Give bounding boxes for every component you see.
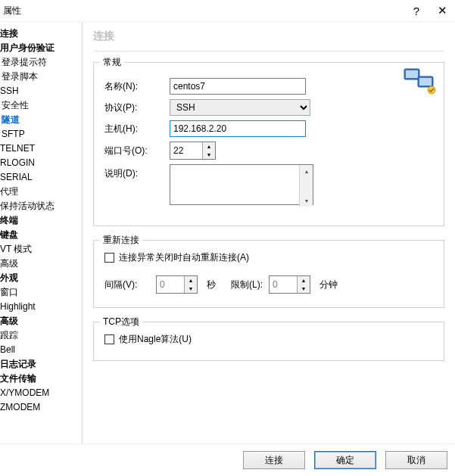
- page-title: 连接: [93, 28, 444, 51]
- interval-spin[interactable]: ▲ ▼: [156, 275, 198, 294]
- spin-up-icon[interactable]: ▲: [203, 142, 215, 151]
- auto-reconnect-label: 连接异常关闭时自动重新连接(A): [119, 251, 249, 264]
- window-title: 属性: [3, 5, 21, 17]
- connect-button[interactable]: 连接: [243, 451, 305, 469]
- tree-item[interactable]: X/YMODEM: [0, 386, 82, 400]
- tree-item[interactable]: 高级: [0, 257, 82, 271]
- tree-item[interactable]: TELNET: [0, 142, 82, 156]
- tree-item[interactable]: 日志记录: [0, 357, 82, 372]
- tree-item[interactable]: 连接: [0, 26, 82, 41]
- limit-unit: 分钟: [316, 278, 342, 291]
- host-label: 主机(H):: [104, 123, 170, 135]
- scroll-up-icon[interactable]: ▴: [300, 165, 313, 177]
- group-general-legend: 常规: [100, 56, 124, 69]
- textarea-scrollbar[interactable]: ▴ ▾: [299, 165, 313, 207]
- group-reconnect: 重新连接 连接异常关闭时自动重新连接(A) 间隔(V): ▲ ▼ 秒: [93, 240, 444, 308]
- close-icon: ✕: [438, 4, 447, 17]
- cancel-button[interactable]: 取消: [385, 451, 447, 469]
- name-label: 名称(N):: [104, 80, 170, 93]
- checkbox-box-icon: [104, 253, 114, 263]
- limit-label: 限制(L):: [231, 278, 263, 291]
- tree-item[interactable]: VT 模式: [0, 242, 82, 257]
- tree-item[interactable]: ZMODEM: [0, 400, 82, 415]
- spin-down-icon[interactable]: ▼: [185, 285, 197, 293]
- svg-point-4: [428, 86, 435, 94]
- group-general: 常规 名称(N):: [93, 62, 444, 226]
- scroll-down-icon[interactable]: ▾: [300, 194, 313, 207]
- dialog-footer: 连接 确定 取消: [0, 443, 455, 476]
- group-tcp-legend: TCP选项: [100, 316, 142, 328]
- properties-dialog: 属性 ? ✕ 连接用户身份验证登录提示符登录脚本SSH安全性隧道SFTPTELN…: [0, 0, 455, 476]
- tree-item[interactable]: 隧道: [0, 113, 82, 127]
- interval-input[interactable]: [157, 276, 184, 293]
- port-spin[interactable]: ▲ ▼: [170, 142, 216, 160]
- tree-item[interactable]: SSH: [0, 84, 82, 98]
- tree-item[interactable]: RLOGIN: [0, 156, 82, 170]
- interval-label: 间隔(V):: [104, 278, 150, 291]
- tree-item[interactable]: SFTP: [0, 127, 82, 142]
- tree-item[interactable]: SERIAL: [0, 170, 82, 185]
- tree-item[interactable]: 登录提示符: [0, 55, 82, 70]
- limit-input[interactable]: [270, 276, 297, 293]
- spin-buttons[interactable]: ▲ ▼: [184, 276, 197, 293]
- name-input[interactable]: [170, 78, 306, 95]
- tree-item[interactable]: 登录脚本: [0, 70, 82, 84]
- checkbox-box-icon: [104, 334, 114, 344]
- group-tcp: TCP选项 使用Nagle算法(U): [93, 322, 444, 361]
- help-button[interactable]: ?: [404, 0, 429, 21]
- tree-item[interactable]: 高级: [0, 314, 82, 328]
- host-input[interactable]: [170, 120, 306, 137]
- nagle-checkbox[interactable]: 使用Nagle算法(U): [104, 333, 192, 346]
- group-reconnect-legend: 重新连接: [100, 234, 142, 247]
- tree-item[interactable]: 文件传输: [0, 372, 82, 386]
- tree-item[interactable]: 终端: [0, 213, 82, 228]
- limit-spin[interactable]: ▲ ▼: [269, 275, 310, 294]
- spin-down-icon[interactable]: ▼: [298, 285, 310, 293]
- tree-item[interactable]: 窗口: [0, 285, 82, 300]
- auto-reconnect-checkbox[interactable]: 连接异常关闭时自动重新连接(A): [104, 251, 249, 264]
- tree-item[interactable]: 外观: [0, 271, 82, 285]
- help-icon: ?: [413, 5, 419, 17]
- category-tree[interactable]: 连接用户身份验证登录提示符登录脚本SSH安全性隧道SFTPTELNETRLOGI…: [0, 22, 83, 443]
- port-input[interactable]: [170, 142, 202, 159]
- interval-unit: 秒: [204, 278, 220, 291]
- tree-item[interactable]: 代理: [0, 185, 82, 199]
- main-panel: 连接 常规 名称(N):: [83, 22, 455, 443]
- protocol-select[interactable]: SSH: [170, 99, 310, 116]
- port-label: 端口号(O):: [104, 145, 170, 157]
- tree-item[interactable]: Bell: [0, 343, 82, 357]
- tree-item[interactable]: 安全性: [0, 98, 82, 113]
- tree-item[interactable]: 用户身份验证: [0, 41, 82, 55]
- tree-item[interactable]: 键盘: [0, 228, 82, 242]
- spin-up-icon[interactable]: ▲: [185, 276, 197, 285]
- svg-rect-1: [406, 70, 418, 78]
- svg-rect-3: [419, 78, 432, 86]
- ok-button[interactable]: 确定: [314, 451, 376, 469]
- spin-down-icon[interactable]: ▼: [203, 151, 215, 159]
- close-button[interactable]: ✕: [429, 0, 455, 21]
- tree-item[interactable]: Highlight: [0, 300, 82, 314]
- description-label: 说明(D):: [104, 164, 170, 180]
- tree-item[interactable]: 保持活动状态: [0, 199, 82, 213]
- network-icon: [403, 66, 436, 96]
- description-textarea[interactable]: [170, 164, 313, 205]
- tree-item[interactable]: 跟踪: [0, 328, 82, 343]
- spin-up-icon[interactable]: ▲: [298, 276, 310, 285]
- dialog-body: 连接用户身份验证登录提示符登录脚本SSH安全性隧道SFTPTELNETRLOGI…: [0, 21, 455, 443]
- spin-buttons[interactable]: ▲ ▼: [202, 142, 215, 159]
- title-bar: 属性 ? ✕: [0, 0, 455, 21]
- protocol-label: 协议(P):: [104, 101, 170, 114]
- nagle-label: 使用Nagle算法(U): [119, 333, 192, 346]
- spin-buttons[interactable]: ▲ ▼: [297, 276, 310, 293]
